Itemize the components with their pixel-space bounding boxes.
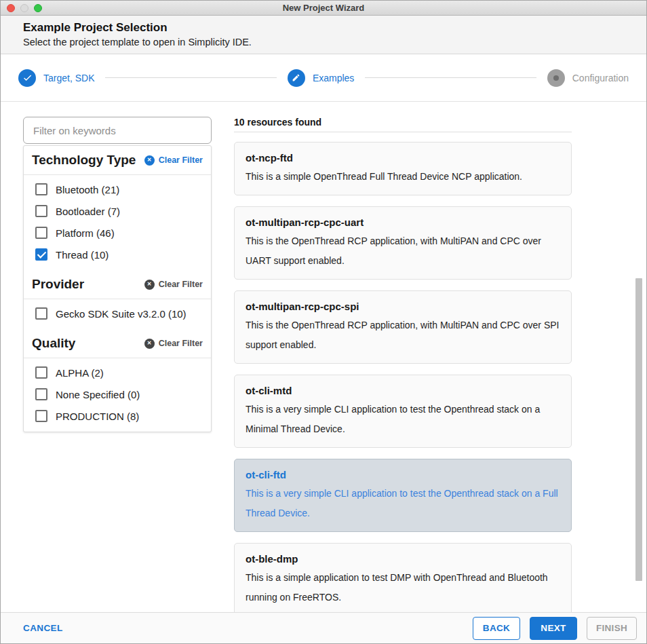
footer-buttons: BACK NEXT FINISH [473,617,637,640]
filter-section-header: Technology Type Clear Filter [24,146,211,174]
example-card-description: This is a very simple CLI application to… [246,400,560,439]
clear-filter-button[interactable]: Clear Filter [144,280,203,290]
filter-section-title: Provider [32,277,84,292]
example-card-title: ot-ble-dmp [246,553,560,565]
clear-filter-label: Clear Filter [159,155,203,165]
clear-filter-icon [144,155,155,166]
clear-filter-button[interactable]: Clear Filter [144,339,203,349]
checkbox[interactable] [35,248,47,261]
keyword-filter-input[interactable] [23,117,212,144]
example-card[interactable]: ot-ble-dmp This is a simple application … [234,543,572,612]
filter-section-title: Technology Type [32,153,136,168]
stepper-connector [365,77,536,78]
filter-section-header: Provider Clear Filter [24,270,211,299]
filter-panel: Technology Type Clear Filter Bluetooth (… [23,145,212,432]
example-card-title: ot-cli-mtd [246,385,560,397]
example-card-title: ot-multipan-rcp-cpc-uart [246,216,560,229]
check-icon [18,69,36,87]
partial-card-bottom-edge [234,131,572,132]
example-card-description: This is a simple application to test DMP… [246,568,560,607]
filter-section-header: Quality Clear Filter [24,329,211,358]
minimize-button[interactable] [20,4,28,12]
filter-option-label: None Specified (0) [56,389,140,400]
filter-option-label: Thread (10) [56,249,109,261]
clear-filter-label: Clear Filter [159,280,203,289]
example-card[interactable]: ot-ncp-ftd This is a simple OpenThread F… [234,142,572,195]
filter-options: Bluetooth (21) Bootloader (7) Platform (… [24,175,211,270]
filter-checkbox-option[interactable]: PRODUCTION (8) [24,405,211,427]
filter-options: ALPHA (2) None Specified (0) PRODUCTION … [24,358,211,432]
next-button[interactable]: NEXT [530,617,577,640]
filter-checkbox-option[interactable]: Thread (10) [24,244,211,265]
step-label: Target, SDK [43,73,94,83]
filter-checkbox-option[interactable]: Gecko SDK Suite v3.2.0 (10) [24,303,211,324]
traffic-lights [7,4,42,12]
filter-section: Quality Clear Filter ALPHA (2) None Spec… [24,329,211,432]
filter-checkbox-option[interactable]: None Specified (0) [24,383,211,405]
checkbox[interactable] [35,183,47,195]
fullscreen-button[interactable] [34,4,42,12]
step-examples[interactable]: Examples [288,69,354,87]
titlebar: New Project Wizard [1,1,646,16]
dot-icon [547,69,565,87]
step-label: Configuration [572,73,629,83]
checkbox[interactable] [35,205,47,217]
cancel-button[interactable]: CANCEL [23,623,63,633]
clear-filter-icon [144,339,155,349]
checkbox[interactable] [35,388,47,400]
new-project-wizard-window: New Project Wizard Example Project Selec… [0,0,647,644]
filter-option-label: PRODUCTION (8) [56,411,139,422]
filter-checkbox-option[interactable]: Bluetooth (21) [24,178,211,200]
filter-checkbox-option[interactable]: Platform (46) [24,222,211,244]
checkbox[interactable] [35,307,47,320]
step-configuration[interactable]: Configuration [547,69,629,87]
filter-options: Gecko SDK Suite v3.2.0 (10) [24,299,211,329]
example-card-title: ot-cli-ftd [246,469,560,481]
dialog-header: Example Project Selection Select the pro… [1,16,646,54]
clear-filter-icon [144,280,155,290]
example-card[interactable]: ot-cli-mtd This is a very simple CLI app… [234,375,572,448]
page-title: Example Project Selection [23,21,624,35]
wizard-stepper: Target, SDK Examples Configuration [1,54,646,102]
scrollbar[interactable] [635,102,645,612]
results-count: 10 resources found [234,117,572,128]
window-title: New Project Wizard [283,3,365,13]
filter-section: Provider Clear Filter Gecko SDK Suite v3… [24,270,211,329]
close-button[interactable] [7,4,15,12]
dialog-footer: CANCEL BACK NEXT FINISH [1,612,646,643]
finish-button[interactable]: FINISH [587,617,637,640]
results-panel: 10 resources found ot-ncp-ftd This is a … [234,117,572,612]
checkbox[interactable] [35,227,47,239]
clear-filter-button[interactable]: Clear Filter [144,155,203,166]
pencil-icon [288,69,305,87]
stepper-connector [105,77,276,78]
filter-section: Technology Type Clear Filter Bluetooth (… [24,146,211,270]
example-card[interactable]: ot-multipan-rcp-cpc-uart This is the Ope… [234,206,572,280]
example-card[interactable]: ot-multipan-rcp-cpc-spi This is the Open… [234,290,572,364]
back-button[interactable]: BACK [473,617,520,640]
example-cards-list: ot-ncp-ftd This is a simple OpenThread F… [234,142,572,612]
filter-option-label: Bootloader (7) [56,206,120,217]
clear-filter-label: Clear Filter [159,339,203,348]
filter-checkbox-option[interactable]: ALPHA (2) [24,362,211,383]
example-card-description: This is a very simple CLI application to… [246,484,560,523]
filter-sidebar: Technology Type Clear Filter Bluetooth (… [23,117,212,612]
example-card-title: ot-ncp-ftd [246,152,560,164]
filter-option-label: Bluetooth (21) [56,184,119,195]
checkbox[interactable] [35,366,47,379]
page-subtitle: Select the project template to open in S… [23,37,624,48]
content-area: Technology Type Clear Filter Bluetooth (… [1,102,646,612]
step-label: Examples [313,73,354,83]
filter-option-label: Gecko SDK Suite v3.2.0 (10) [56,308,187,320]
example-card-title: ot-multipan-rcp-cpc-spi [246,301,560,313]
example-card[interactable]: ot-cli-ftd This is a very simple CLI app… [234,459,572,532]
filter-section-title: Quality [32,336,75,351]
checkbox[interactable] [35,410,47,422]
example-card-description: This is the OpenThread RCP application, … [246,231,560,271]
step-target-sdk[interactable]: Target, SDK [18,69,94,87]
example-card-description: This is a simple OpenThread Full Thread … [246,167,560,187]
filter-checkbox-option[interactable]: Bootloader (7) [24,200,211,222]
scrollbar-thumb[interactable] [635,278,642,581]
example-card-description: This is the OpenThread RCP application, … [246,316,560,355]
filter-option-label: Platform (46) [56,227,115,239]
